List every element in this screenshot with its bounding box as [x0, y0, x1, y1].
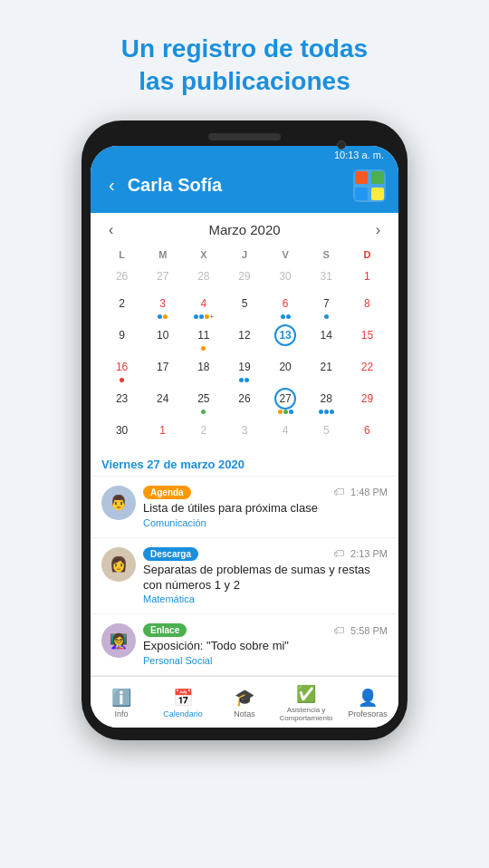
cal-day-30[interactable]: 30	[101, 418, 142, 443]
day-header-fri: V	[265, 247, 306, 262]
tag-icon-2: 🏷	[333, 624, 344, 637]
selected-day-header: Viernes 27 de marzo 2020	[91, 448, 398, 477]
calendar-week-5: 23 24 25 26 27 28 29	[101, 386, 388, 416]
cal-day-feb27[interactable]: 27	[142, 264, 183, 289]
profile-icon[interactable]	[353, 169, 386, 202]
cal-day-apr6[interactable]: 6	[347, 418, 388, 443]
notas-nav-icon: 🎓	[235, 688, 254, 708]
selected-day-text: Viernes 27 de marzo 2020	[101, 458, 244, 471]
info-nav-icon: ℹ️	[111, 688, 131, 708]
event-title-2: Exposición: "Todo sobre mi"	[143, 639, 388, 654]
nav-item-notas[interactable]: 🎓 Notas	[214, 677, 275, 728]
cal-day-17[interactable]: 17	[142, 354, 183, 384]
day-header-sun: D	[347, 247, 388, 262]
event-subject-1: Matemática	[143, 593, 388, 604]
event-title-1: Separatas de problemas de sumas y restas…	[143, 563, 388, 593]
event-subject-0: Comunicación	[143, 517, 388, 528]
calendar-week-2: 2 3 4 + 5 6 7	[101, 291, 388, 321]
next-month-button[interactable]: ›	[369, 220, 388, 240]
cal-day-11[interactable]: 11	[183, 323, 224, 352]
cal-day-22[interactable]: 22	[347, 354, 388, 384]
phone-camera	[337, 140, 346, 149]
cal-day-10[interactable]: 10	[142, 323, 183, 352]
cal-day-23[interactable]: 23	[101, 386, 142, 416]
events-list: 👨 Agenda 🏷 1:48 PM Lista de útiles para …	[91, 477, 398, 677]
calendar-grid: L M X J V S D 26 27 28 29 30 31 1	[101, 247, 388, 443]
cal-day-25[interactable]: 25	[183, 386, 224, 416]
cal-day-28[interactable]: 28	[306, 386, 347, 416]
cal-day-2[interactable]: 2	[101, 291, 142, 321]
cal-day-apr2[interactable]: 2	[183, 418, 224, 443]
cal-day-14[interactable]: 14	[306, 323, 347, 352]
cal-day-apr5[interactable]: 5	[306, 418, 347, 443]
calendar-week-4: 16 17 18 19 20 21 22	[101, 354, 388, 384]
day-header-thu: J	[224, 247, 264, 262]
cal-day-feb30[interactable]: 30	[265, 264, 306, 289]
day-header-mon: L	[101, 247, 142, 262]
nav-label-info: Info	[114, 709, 128, 719]
nav-item-asistencia[interactable]: ✅ Asistencia yComportamiento	[275, 677, 337, 728]
cal-day-7[interactable]: 7	[306, 291, 347, 321]
event-content-2: Enlace 🏷 5:58 PM Exposición: "Todo sobre…	[143, 623, 388, 666]
profesoras-nav-icon: 👤	[358, 688, 378, 708]
day-header-sat: S	[306, 247, 347, 262]
cal-day-27[interactable]: 27	[265, 386, 306, 416]
svg-rect-1	[355, 171, 368, 184]
cal-day-6[interactable]: 6	[265, 291, 306, 321]
nav-item-info[interactable]: ℹ️ Info	[91, 677, 152, 728]
cal-day-24[interactable]: 24	[142, 386, 183, 416]
cal-day-apr3[interactable]: 3	[224, 418, 264, 443]
tag-icon-1: 🏷	[333, 547, 344, 560]
calendar-month-title: Marzo 2020	[208, 222, 280, 237]
svg-rect-2	[371, 171, 384, 184]
cal-day-29[interactable]: 29	[347, 386, 388, 416]
cal-day-26[interactable]: 26	[224, 386, 264, 416]
calendar-week-1: 26 27 28 29 30 31 1	[101, 264, 388, 289]
event-top-row-0: Agenda 🏷 1:48 PM	[143, 486, 388, 499]
cal-day-feb31[interactable]: 31	[306, 264, 347, 289]
cal-day-feb26[interactable]: 26	[101, 264, 142, 289]
page-title: Un registro de todas las publicaciones	[121, 33, 368, 99]
cal-day-apr1[interactable]: 1	[142, 418, 183, 443]
cal-day-20[interactable]: 20	[265, 354, 306, 384]
prev-month-button[interactable]: ‹	[101, 220, 120, 240]
cal-day-3[interactable]: 3	[142, 291, 183, 321]
day-header-tue: M	[142, 247, 183, 262]
cal-day-21[interactable]: 21	[306, 354, 347, 384]
event-subject-2: Personal Social	[143, 655, 388, 666]
nav-item-calendar[interactable]: 📅 Calendario	[152, 677, 214, 728]
cal-day-8[interactable]: 8	[347, 291, 388, 321]
back-button[interactable]: ‹	[103, 173, 120, 198]
cal-day-18[interactable]: 18	[183, 354, 224, 384]
cal-day-19[interactable]: 19	[224, 354, 264, 384]
event-top-row-2: Enlace 🏷 5:58 PM	[143, 623, 388, 637]
calendar-nav-icon: 📅	[173, 688, 193, 708]
cal-day-15[interactable]: 15	[347, 323, 388, 352]
event-item-0[interactable]: 👨 Agenda 🏷 1:48 PM Lista de útiles para …	[91, 477, 398, 538]
nav-item-profesoras[interactable]: 👤 Profesoras	[337, 677, 398, 728]
cal-day-9[interactable]: 9	[101, 323, 142, 352]
phone-screen: 10:13 a. m. ‹ Carla Sofía ‹ Marzo 2020 ›	[91, 146, 398, 728]
cal-day-mar1[interactable]: 1	[347, 264, 388, 289]
cal-day-5[interactable]: 5	[224, 291, 264, 321]
calendar-header-row: L M X J V S D	[101, 247, 388, 262]
cal-day-apr4[interactable]: 4	[265, 418, 306, 443]
cal-day-4[interactable]: 4 +	[183, 291, 224, 321]
cal-day-16[interactable]: 16	[101, 354, 142, 384]
phone-device: 10:13 a. m. ‹ Carla Sofía ‹ Marzo 2020 ›	[82, 121, 408, 741]
event-item-1[interactable]: 👩 Descarga 🏷 2:13 PM Separatas de proble…	[91, 538, 398, 615]
event-badge-2: Enlace	[143, 623, 187, 637]
cal-day-12[interactable]: 12	[224, 323, 264, 352]
cal-day-feb28[interactable]: 28	[183, 264, 224, 289]
event-badge-1: Descarga	[143, 547, 198, 561]
event-time-1: 2:13 PM	[350, 548, 388, 559]
cal-day-feb29[interactable]: 29	[224, 264, 264, 289]
calendar-week-3: 9 10 11 12 13 14 15	[101, 323, 388, 352]
event-avatar-2: 👩‍🏫	[101, 623, 136, 658]
phone-speaker	[208, 133, 281, 140]
event-item-2[interactable]: 👩‍🏫 Enlace 🏷 5:58 PM Exposición: "Todo s…	[91, 614, 398, 676]
day-header-wed: X	[183, 247, 224, 262]
cal-day-13[interactable]: 13	[265, 323, 306, 352]
bottom-nav: ℹ️ Info 📅 Calendario 🎓 Notas ✅ Asistenci…	[91, 676, 398, 728]
calendar-week-6: 30 1 2 3 4 5 6	[101, 418, 388, 443]
